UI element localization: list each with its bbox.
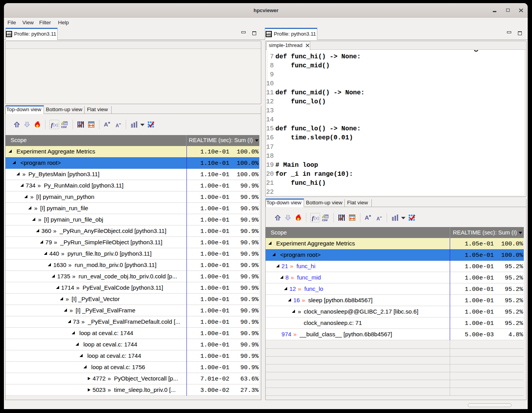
svg-text:HPC: HPC bbox=[266, 33, 271, 36]
svg-text:HPC: HPC bbox=[6, 33, 12, 36]
